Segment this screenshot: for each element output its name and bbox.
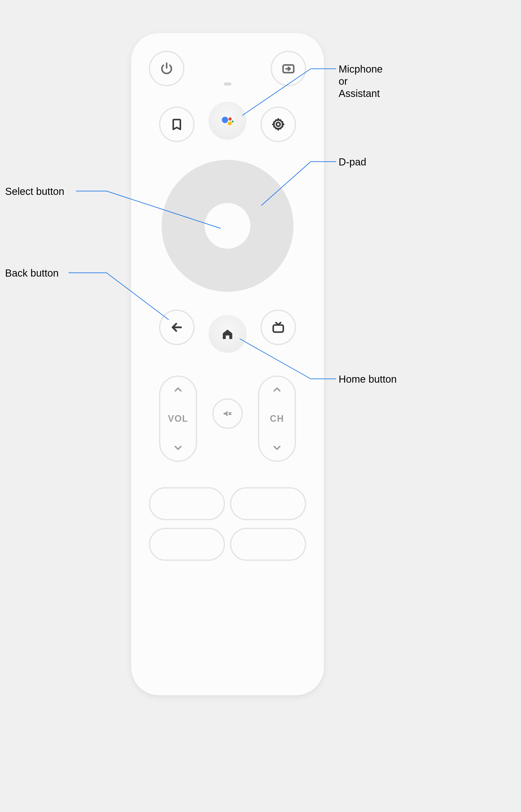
remote-body: VOL CH [131, 33, 324, 695]
shortcut-button-3[interactable] [149, 528, 225, 561]
gear-icon [271, 117, 285, 131]
power-icon [160, 62, 174, 76]
annotation-home-label: Home button [339, 373, 397, 385]
svg-point-3 [228, 121, 232, 125]
bookmark-icon [170, 117, 184, 131]
shortcut-button-2[interactable] [230, 487, 306, 520]
volume-rocker[interactable]: VOL [159, 376, 197, 462]
shortcut-button-1[interactable] [149, 487, 225, 520]
diagram-stage: VOL CH Micphone or Assistant D-pad Selec… [0, 0, 521, 812]
assistant-icon [220, 113, 235, 128]
tv-guide-button[interactable] [260, 310, 296, 345]
settings-button[interactable] [260, 107, 296, 142]
back-button[interactable] [159, 310, 195, 345]
mute-icon [222, 408, 233, 420]
assistant-button[interactable] [208, 102, 247, 139]
chevron-up-icon [173, 384, 184, 395]
shortcut-button-4[interactable] [230, 528, 306, 561]
chevron-down-icon [173, 442, 184, 453]
home-button[interactable] [208, 315, 247, 353]
tv-icon [271, 320, 285, 334]
status-led [224, 83, 231, 86]
input-source-button[interactable] [271, 51, 306, 86]
input-icon [281, 62, 295, 76]
svg-point-2 [229, 117, 232, 121]
annotation-select-label: Select button [5, 185, 64, 198]
svg-rect-6 [273, 325, 283, 332]
annotation-back-label: Back button [5, 267, 59, 279]
select-button[interactable] [205, 203, 250, 249]
arrow-left-icon [170, 320, 184, 334]
mute-button[interactable] [212, 399, 243, 429]
svg-point-5 [276, 122, 280, 127]
svg-point-4 [232, 120, 234, 122]
chevron-up-icon [271, 384, 282, 395]
channel-rocker[interactable]: CH [258, 376, 296, 462]
chevron-down-icon [271, 442, 282, 453]
home-icon [221, 326, 235, 341]
bookmark-button[interactable] [159, 107, 195, 142]
channel-label: CH [270, 413, 284, 424]
annotation-assistant-label: Micphone or Assistant [339, 63, 383, 99]
annotation-dpad-label: D-pad [339, 156, 366, 168]
power-button[interactable] [149, 51, 184, 86]
volume-label: VOL [168, 413, 188, 424]
svg-point-1 [222, 117, 228, 123]
